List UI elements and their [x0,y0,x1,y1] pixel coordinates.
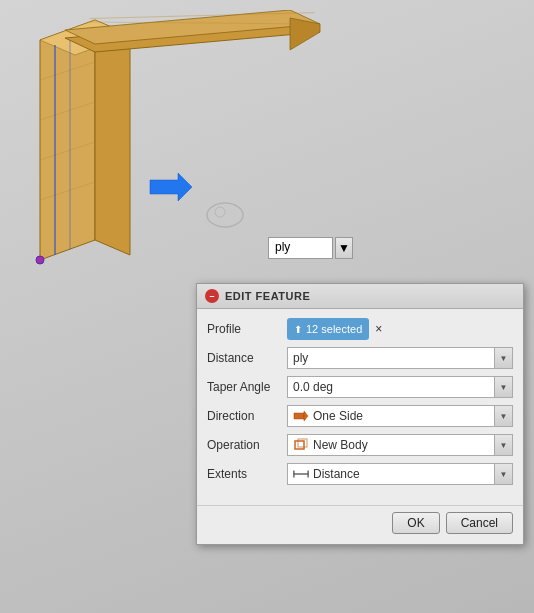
svg-point-17 [36,256,44,264]
distance-label: Distance [207,351,287,365]
cursor-icon: ⬆ [294,324,302,335]
floating-distance-input[interactable]: ply ▼ [268,237,353,259]
profile-tag[interactable]: ⬆ 12 selected [287,318,369,340]
operation-control: New Body ▼ [287,434,513,456]
taper-angle-label: Taper Angle [207,380,287,394]
operation-label: Operation [207,438,287,452]
distance-row: Distance ply ▼ [207,346,513,370]
extents-select[interactable]: Distance ▼ [287,463,513,485]
cancel-button[interactable]: Cancel [446,512,513,534]
3d-shelf-canvas [10,10,330,270]
dialog-footer: OK Cancel [197,505,523,544]
direction-control: One Side ▼ [287,405,513,427]
svg-marker-1 [95,20,130,255]
direction-value: One Side [288,409,494,423]
dialog-title: EDIT FEATURE [225,290,310,302]
extents-dropdown-arrow[interactable]: ▼ [494,464,512,484]
direction-row: Direction One Side ▼ [207,404,513,428]
extents-control: Distance ▼ [287,463,513,485]
taper-angle-row: Taper Angle 0.0 deg ▼ [207,375,513,399]
taper-angle-control: 0.0 deg ▼ [287,376,513,398]
distance-select[interactable]: ply ▼ [287,347,513,369]
direction-icon [293,409,309,423]
title-close-icon[interactable]: – [205,289,219,303]
svg-rect-18 [294,413,304,419]
svg-rect-21 [298,439,307,447]
operation-value: New Body [288,438,494,452]
extents-label: Extents [207,467,287,481]
taper-angle-select[interactable]: 0.0 deg ▼ [287,376,513,398]
edit-feature-dialog: – EDIT FEATURE Profile ⬆ 12 selected × D… [196,283,524,545]
profile-row: Profile ⬆ 12 selected × [207,317,513,341]
ok-button[interactable]: OK [392,512,439,534]
svg-marker-0 [40,20,95,260]
operation-row: Operation New Body ▼ [207,433,513,457]
dialog-body: Profile ⬆ 12 selected × Distance ply ▼ [197,309,523,501]
distance-extent-icon [293,467,309,481]
taper-angle-dropdown-arrow[interactable]: ▼ [494,377,512,397]
taper-angle-value: 0.0 deg [288,380,494,394]
operation-select[interactable]: New Body ▼ [287,434,513,456]
floating-value[interactable]: ply [268,237,333,259]
svg-marker-19 [304,411,308,421]
floating-dropdown-arrow[interactable]: ▼ [335,237,353,259]
distance-value: ply [288,351,494,365]
svg-rect-20 [295,441,304,449]
svg-point-15 [207,203,243,227]
extents-row: Extents Distance [207,462,513,486]
svg-marker-11 [290,18,320,50]
direction-dropdown-arrow[interactable]: ▼ [494,406,512,426]
direction-select[interactable]: One Side ▼ [287,405,513,427]
profile-label: Profile [207,322,287,336]
extents-value: Distance [288,467,494,481]
profile-selected-count: 12 selected [306,323,362,335]
profile-close-button[interactable]: × [375,322,382,336]
direction-label: Direction [207,409,287,423]
operation-dropdown-arrow[interactable]: ▼ [494,435,512,455]
svg-point-16 [215,207,225,217]
distance-dropdown-arrow[interactable]: ▼ [494,348,512,368]
distance-control: ply ▼ [287,347,513,369]
viewport: ply ▼ – EDIT FEATURE Profile ⬆ 12 select… [0,0,534,613]
svg-marker-14 [150,173,192,201]
new-body-icon [293,438,309,452]
profile-control: ⬆ 12 selected × [287,318,513,340]
dialog-titlebar: – EDIT FEATURE [197,284,523,309]
